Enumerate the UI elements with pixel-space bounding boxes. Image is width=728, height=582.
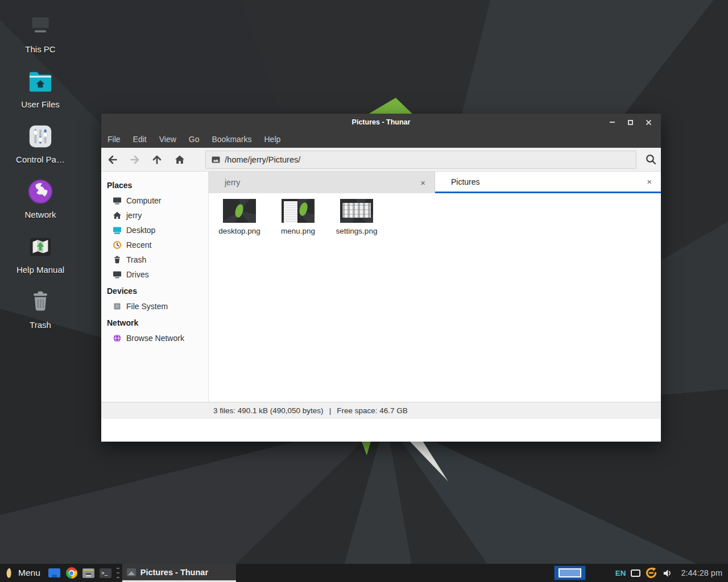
active-workspace	[559, 568, 581, 577]
sidebar-item-recent[interactable]: Recent	[101, 238, 208, 252]
menu-panel-shape	[284, 201, 297, 223]
display-tray-icon[interactable]	[631, 569, 640, 577]
file-settings-png[interactable]: settings.png	[329, 199, 384, 235]
toolbar: /home/jerry/Pictures/	[101, 148, 661, 172]
menu-file[interactable]: File	[101, 131, 127, 148]
desktop-icon-control-panel[interactable]: Control Pa…	[9, 123, 72, 164]
tab-jerry[interactable]: jerry ×	[209, 172, 435, 193]
sidebar-item-trash[interactable]: Trash	[101, 252, 208, 267]
clock[interactable]: 2:44:28 pm	[681, 568, 722, 577]
sidebar-item-drives[interactable]: Drives	[101, 267, 208, 282]
recent-clock-icon	[113, 240, 122, 250]
menu-bookmarks[interactable]: Bookmarks	[205, 131, 258, 148]
workspace-switcher[interactable]	[554, 566, 586, 580]
terminal-launcher[interactable]: >_	[97, 564, 114, 582]
maximize-button[interactable]	[623, 115, 637, 129]
browser-launcher[interactable]	[63, 564, 80, 582]
tab-label: jerry	[225, 178, 240, 187]
tab-label: Pictures	[451, 177, 480, 186]
back-icon	[107, 154, 118, 165]
close-button[interactable]	[642, 115, 655, 129]
desktop-icon-network[interactable]: Network	[9, 178, 72, 219]
sidebar-header-devices: Devices	[101, 282, 208, 299]
volume-icon[interactable]	[662, 568, 673, 579]
file-name: settings.png	[336, 227, 378, 235]
tab-pictures[interactable]: Pictures ×	[435, 172, 661, 193]
files-summary: 3 files: 490.1 kB (490,050 bytes)	[213, 406, 324, 415]
sidebar-item-browse-network[interactable]: Browse Network	[101, 331, 208, 346]
search-icon	[645, 153, 657, 165]
tab-bar: jerry × Pictures ×	[209, 172, 661, 193]
panel-grip-handle[interactable]	[116, 568, 121, 578]
sidebar-item-desktop[interactable]: Desktop	[101, 223, 208, 238]
computer-icon	[113, 196, 122, 205]
up-arrow-icon	[151, 154, 163, 165]
sidebar-item-label: Trash	[126, 255, 146, 264]
thunar-window-icon	[127, 568, 136, 576]
mint-logo-icon	[5, 567, 13, 579]
menu-help[interactable]: Help	[258, 131, 287, 148]
sidebar-item-computer[interactable]: Computer	[101, 193, 208, 208]
drives-icon	[113, 270, 122, 279]
sidebar-item-jerry[interactable]: jerry	[101, 208, 208, 223]
back-button[interactable]	[101, 150, 123, 169]
taskbar-window-button[interactable]: Pictures - Thunar	[122, 564, 236, 582]
file-manager-launcher[interactable]	[46, 564, 63, 582]
search-button[interactable]	[641, 150, 661, 169]
path-bar[interactable]: /home/jerry/Pictures/	[205, 151, 636, 169]
home-button[interactable]	[168, 150, 191, 169]
image-thumbnail	[223, 199, 256, 223]
taskbar-window-label: Pictures - Thunar	[140, 568, 208, 577]
file-system-drive-icon	[113, 302, 122, 311]
desktop-icon-label: Trash	[30, 320, 51, 330]
tab-close-icon[interactable]: ×	[647, 177, 652, 186]
sidebar-item-label: File System	[126, 302, 168, 311]
sidebar-item-file-system[interactable]: File System	[101, 299, 208, 314]
status-divider: |	[329, 406, 332, 415]
menu-edit[interactable]: Edit	[127, 131, 153, 148]
trash-icon	[113, 255, 122, 264]
home-icon	[113, 211, 122, 220]
file-menu-png[interactable]: menu.png	[271, 199, 325, 235]
tab-close-icon[interactable]: ×	[420, 178, 425, 187]
desktop-icon-this-pc[interactable]: This PC	[9, 13, 72, 54]
thunar-window: Pictures - Thunar File Edit View Go Book…	[101, 114, 661, 442]
keyboard-layout-indicator[interactable]: EN	[615, 569, 626, 577]
desktop-icon-help-manual[interactable]: Help Manual	[9, 233, 72, 275]
desktop-monitor-icon	[113, 226, 122, 235]
chrome-center-dot	[69, 571, 73, 575]
titlebar[interactable]: Pictures - Thunar	[101, 114, 661, 131]
desktop-icons: This PC User Files Control Pa… Network H…	[9, 13, 72, 330]
archive-launcher[interactable]	[80, 564, 97, 582]
sidebar-item-label: Desktop	[126, 226, 155, 235]
desktop-icon-trash[interactable]: Trash	[9, 288, 72, 330]
mint-leaf-shape	[299, 202, 309, 217]
image-thumbnail	[282, 199, 315, 223]
files-icon	[48, 568, 60, 577]
mint-leaf-shape	[234, 203, 245, 218]
terminal-icon: >_	[100, 568, 111, 578]
desktop-root: { "glyphs": { "tab_close": "×", "termina…	[0, 0, 728, 582]
chrome-inner-ring	[69, 570, 75, 576]
taskbar: Menu >_ Pictures - Thunar EN 2:44:28 pm	[0, 564, 728, 582]
file-list: desktop.png menu.png settings.png	[209, 193, 661, 235]
network-globe-icon	[27, 178, 54, 205]
up-button[interactable]	[146, 150, 168, 169]
desktop-icon-label: User Files	[21, 99, 60, 109]
image-icon	[212, 156, 220, 163]
minimize-button[interactable]	[605, 115, 619, 129]
desktop-icon-user-files[interactable]: User Files	[9, 68, 72, 109]
sidebar-item-label: Computer	[126, 196, 161, 205]
desktop-icon-label: This PC	[25, 44, 55, 54]
menu-go[interactable]: Go	[183, 131, 206, 148]
menubar: File Edit View Go Bookmarks Help	[101, 131, 661, 148]
forward-button[interactable]	[123, 150, 146, 169]
computer-icon	[27, 13, 54, 40]
update-manager-icon[interactable]	[645, 567, 657, 579]
file-desktop-png[interactable]: desktop.png	[212, 199, 267, 235]
sidebar-item-label: Recent	[126, 240, 151, 250]
file-name: menu.png	[281, 227, 315, 235]
start-menu-button[interactable]: Menu	[0, 564, 46, 582]
menu-view[interactable]: View	[153, 131, 183, 148]
settings-pane-shape	[342, 203, 371, 218]
